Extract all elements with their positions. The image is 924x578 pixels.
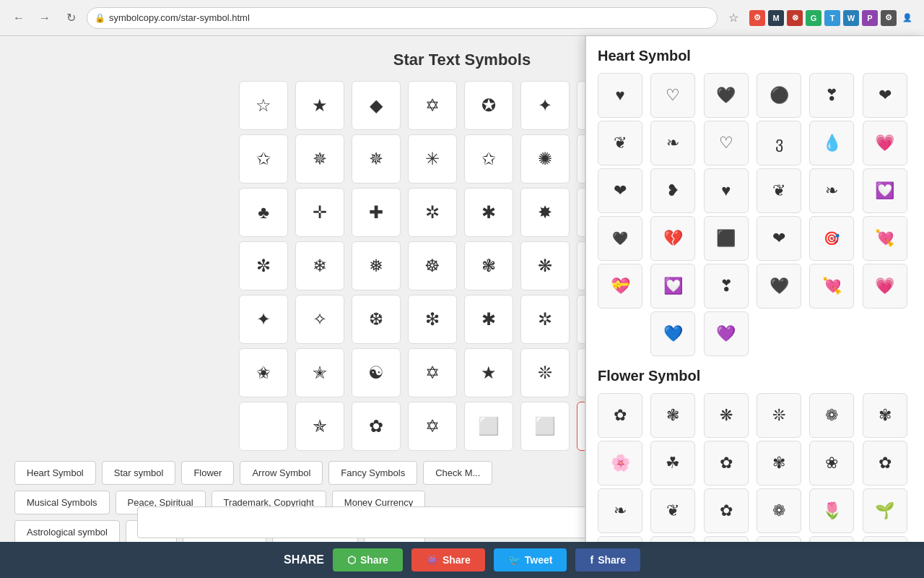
symbol-cell[interactable]: ☆ [239,81,288,130]
symbol-cell[interactable]: ✲ [408,188,457,237]
symbol-cell[interactable]: ✧ [295,295,344,344]
bookmark-button[interactable]: ☆ [723,8,744,28]
share-button-reddit[interactable]: 👾 Share [411,548,485,571]
tag-check-mark[interactable]: Check M... [423,461,492,485]
symbol-cell[interactable]: ❆ [352,295,401,344]
address-bar[interactable]: 🔒 symbolcopy.com/star-symbol.html [87,7,718,29]
heart-cell[interactable]: ❣ [809,73,854,118]
symbol-cell[interactable]: ✲ [520,295,570,344]
heart-cell[interactable]: ❤ [598,168,642,213]
flower-cell[interactable]: ♣ [704,536,749,542]
symbol-cell[interactable]: ☸ [408,241,457,290]
flower-cell[interactable]: ❄ [863,536,907,542]
symbol-cell[interactable]: ❊ [520,348,570,397]
symbol-cell[interactable]: ★ [464,348,513,397]
flower-cell[interactable]: ❃ [650,393,695,438]
heart-cell[interactable]: 💗 [863,264,907,309]
heart-cell[interactable]: 💘 [809,264,854,309]
tag-star-symbol[interactable]: Star symbol [102,461,176,485]
flower-cell[interactable]: 🌱 [863,488,907,533]
flower-cell[interactable]: ❁ [809,393,854,438]
flower-cell[interactable]: ❋ [704,393,749,438]
symbol-cell[interactable]: ✡ [408,81,457,130]
flower-cell[interactable]: ❦ [650,488,695,533]
heart-cell[interactable]: 💔 [650,216,695,261]
heart-cell[interactable]: 🖤 [757,264,801,309]
symbol-cell[interactable]: ✼ [239,241,288,290]
flower-cell[interactable]: ✾ [863,393,907,438]
symbol-cell[interactable] [239,402,288,451]
symbol-cell[interactable]: ✡ [408,348,457,397]
flower-cell[interactable]: ✿ [704,488,749,533]
tag-fancy-symbols[interactable]: Fancy Symbols [328,461,417,485]
heart-cell[interactable]: 💘 [863,216,907,261]
tag-musical-symbols[interactable]: Musical Symbols [14,491,110,514]
heart-cell[interactable]: 💗 [863,121,907,165]
flower-cell[interactable]: ☘ [598,536,642,542]
heart-cell[interactable]: ♥ [598,73,642,118]
symbol-cell[interactable]: ✦ [520,81,570,130]
symbol-cell[interactable]: ✱ [464,295,513,344]
share-button-facebook[interactable]: f Share [575,548,640,571]
symbol-cell[interactable]: ✛ [295,188,344,237]
symbol-cell[interactable]: ✵ [352,134,401,184]
symbol-cell[interactable]: ❇ [408,295,457,344]
flower-cell[interactable]: ✾ [757,441,801,486]
symbol-cell[interactable]: ✩ [239,134,288,184]
flower-cell[interactable]: ❀ [809,441,854,486]
heart-cell[interactable]: ❥ [650,168,695,213]
ext1[interactable]: ⚙ [749,10,765,26]
heart-cell[interactable]: ♡ [650,73,695,118]
flower-cell[interactable]: ♣ [650,536,695,542]
user-avatar[interactable]: 👤 [899,10,915,26]
heart-cell[interactable]: ❦ [598,121,642,165]
symbol-cell[interactable]: ★ [295,81,344,130]
flower-cell[interactable]: 🌸 [598,441,642,486]
ext7[interactable]: P [862,10,878,26]
symbol-cell[interactable]: ☯ [352,348,401,397]
flower-cell[interactable]: ❊ [757,393,801,438]
heart-cell[interactable]: ვ [757,121,801,165]
heart-cell[interactable]: ❧ [809,168,854,213]
heart-cell[interactable]: 💟 [863,168,907,213]
heart-cell[interactable]: ❧ [650,121,695,165]
ext5[interactable]: T [824,10,840,26]
heart-cell[interactable]: ❤ [757,216,801,261]
symbol-cell[interactable]: ✭ [295,348,344,397]
symbol-cell[interactable]: ❄ [295,241,344,290]
share-button-twitter[interactable]: 🐦 Tweet [494,548,567,571]
flower-cell[interactable]: ✛ [757,536,801,542]
heart-cell[interactable]: 🖤 [704,73,749,118]
heart-cell[interactable]: 🖤 [598,216,642,261]
heart-cell[interactable]: ❤ [863,73,907,118]
symbol-cell[interactable]: ◆ [352,81,401,130]
symbol-cell[interactable]: ✵ [295,134,344,184]
symbol-cell[interactable]: ✡ [408,402,457,451]
heart-cell[interactable]: 💝 [598,264,642,309]
symbol-cell[interactable]: ✦ [239,295,288,344]
tag-heart-symbol[interactable]: Heart Symbol [14,461,96,485]
flower-cell[interactable]: ❁ [757,488,801,533]
tag-arrow-symbol[interactable]: Arrow Symbol [240,461,323,485]
ext3[interactable]: ⊗ [787,10,803,26]
heart-cell[interactable]: 💟 [650,264,695,309]
heart-cell[interactable]: ⬛ [704,216,749,261]
symbol-cell[interactable]: ✩ [464,134,513,184]
flower-cell[interactable]: ✼ [809,536,854,542]
flower-cell[interactable]: ❧ [598,488,642,533]
symbol-cell[interactable]: ❋ [520,241,570,290]
heart-cell[interactable]: 🎯 [809,216,854,261]
symbol-cell[interactable]: ✳ [408,134,457,184]
symbol-cell[interactable]: ❅ [352,241,401,290]
heart-cell[interactable]: ❦ [757,168,801,213]
heart-cell[interactable]: ♥ [704,168,749,213]
heart-cell[interactable]: 💙 [650,311,695,356]
ext4[interactable]: G [806,10,821,26]
symbol-cell[interactable]: ⬜ [464,402,513,451]
heart-cell[interactable]: ⚫ [757,73,801,118]
tag-flower[interactable]: Flower [181,461,234,485]
heart-cell[interactable]: 💜 [704,311,749,356]
flower-cell[interactable]: 🌷 [809,488,854,533]
flower-cell[interactable]: ☘ [650,441,695,486]
symbol-cell[interactable]: ✱ [464,188,513,237]
